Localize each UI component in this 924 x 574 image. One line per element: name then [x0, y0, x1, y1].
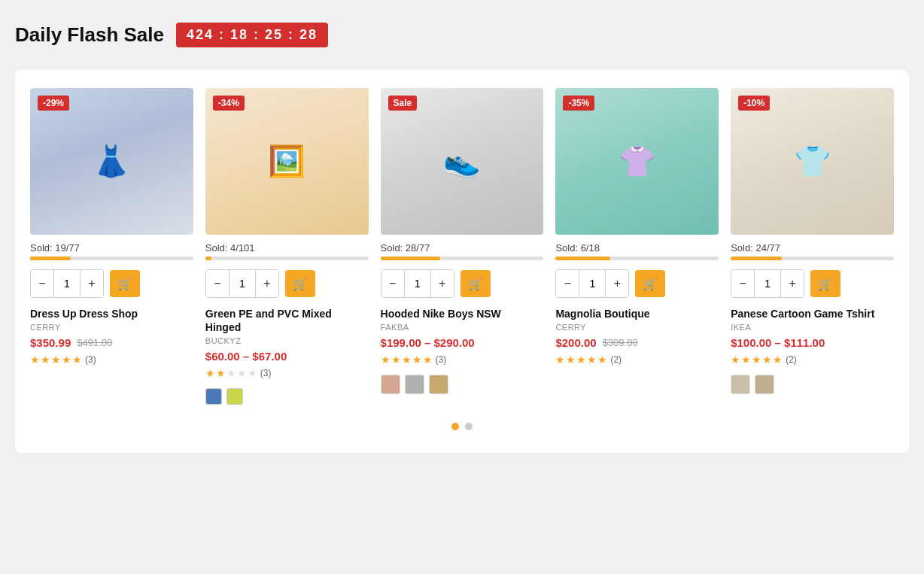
product-name: Green PE and PVC Mixed Hinged [205, 307, 369, 334]
sold-info: Sold: 4/101 [205, 242, 369, 254]
product-brand: CERRY [30, 323, 193, 332]
progress-fill [555, 257, 609, 260]
product-image[interactable]: 👟 Sale [381, 88, 544, 235]
progress-fill [381, 257, 440, 260]
product-name: Magnolia Boutique [555, 307, 719, 320]
progress-fill [30, 257, 71, 260]
price-row: $100.00 – $111.00 [731, 336, 894, 349]
stars-row: ★★★★★ (3) [381, 354, 544, 366]
discount-badge: -35% [563, 96, 594, 111]
stars-row: ★★★★★ (3) [205, 367, 369, 379]
review-count: (2) [610, 354, 622, 365]
img-swatch[interactable] [429, 375, 448, 394]
quantity-increase-button[interactable]: + [431, 270, 454, 297]
color-swatch[interactable] [226, 388, 243, 405]
quantity-control: − + [381, 269, 454, 298]
add-to-cart-button[interactable]: 🛒 [635, 270, 665, 297]
product-card: 👟 Sale Sold: 28/77 − + 🛒 Hooded Nike Boy… [381, 88, 544, 405]
img-swatch[interactable] [755, 375, 774, 394]
quantity-increase-button[interactable]: + [781, 270, 804, 297]
product-name: Panese Cartoon Game Tshirt [731, 307, 894, 320]
price-row: $200.00$309.00 [555, 336, 719, 349]
products-container: 👗 -29% Sold: 19/77 − + 🛒 Dress Up Dress … [15, 70, 909, 453]
products-grid: 👗 -29% Sold: 19/77 − + 🛒 Dress Up Dress … [30, 88, 894, 405]
quantity-input[interactable] [579, 270, 606, 297]
discount-badge: Sale [388, 96, 418, 111]
flash-sale-header: Daily Flash Sale 424 : 18 : 25 : 28 [15, 15, 909, 55]
quantity-control: − + [205, 269, 279, 298]
countdown-badge: 424 : 18 : 25 : 28 [176, 23, 328, 47]
review-count: (3) [85, 354, 96, 365]
progress-track [205, 257, 369, 260]
price-row: $350.99$491.00 [30, 336, 193, 349]
sold-info: Sold: 28/77 [381, 242, 544, 254]
quantity-decrease-button[interactable]: − [381, 270, 404, 297]
quantity-decrease-button[interactable]: − [556, 270, 579, 297]
add-to-cart-button[interactable]: 🛒 [110, 270, 140, 297]
product-image[interactable]: 👚 -35% [555, 88, 719, 235]
add-to-cart-button[interactable]: 🛒 [285, 270, 315, 297]
stars-row: ★★★★★ (3) [30, 354, 193, 366]
price-row: $60.00 – $67.00 [205, 350, 369, 363]
img-swatch[interactable] [381, 375, 400, 394]
quantity-increase-button[interactable]: + [606, 270, 628, 297]
quantity-row: − + 🛒 [30, 269, 193, 298]
review-count: (2) [786, 354, 797, 365]
add-to-cart-button[interactable]: 🛒 [460, 270, 491, 297]
sold-info: Sold: 6/18 [555, 242, 719, 254]
price-row: $199.00 – $290.00 [381, 336, 544, 349]
product-name: Dress Up Dress Shop [30, 307, 193, 320]
review-count: (3) [260, 368, 272, 378]
quantity-row: − + 🛒 [205, 269, 369, 298]
quantity-decrease-button[interactable]: − [31, 270, 53, 297]
dot-1[interactable] [451, 423, 459, 430]
quantity-input[interactable] [754, 270, 781, 297]
stars-row: ★★★★★ (2) [555, 354, 719, 366]
stars-row: ★★★★★ (2) [731, 354, 894, 366]
dots-row [30, 423, 894, 430]
product-brand: CERRY [555, 323, 719, 332]
img-swatch[interactable] [731, 375, 750, 394]
product-image[interactable]: 👗 -29% [30, 88, 193, 235]
sold-info: Sold: 24/77 [731, 242, 894, 254]
review-count: (3) [436, 354, 447, 365]
img-swatch[interactable] [405, 375, 424, 394]
discount-badge: -10% [738, 96, 770, 111]
quantity-decrease-button[interactable]: − [731, 270, 754, 297]
quantity-row: − + 🛒 [731, 269, 894, 298]
add-to-cart-button[interactable]: 🛒 [810, 270, 840, 297]
quantity-control: − + [30, 269, 104, 298]
quantity-decrease-button[interactable]: − [206, 270, 229, 297]
quantity-control: − + [555, 269, 629, 298]
progress-fill [731, 257, 782, 260]
quantity-increase-button[interactable]: + [81, 270, 103, 297]
product-card: 👚 -35% Sold: 6/18 − + 🛒 Magnolia Boutiqu… [555, 88, 719, 405]
progress-track [381, 257, 544, 260]
discount-badge: -29% [38, 96, 69, 111]
progress-track [555, 257, 719, 260]
product-card: 👕 -10% Sold: 24/77 − + 🛒 Panese Cartoon … [731, 88, 894, 405]
product-card: 👗 -29% Sold: 19/77 − + 🛒 Dress Up Dress … [30, 88, 193, 405]
progress-track [731, 257, 894, 260]
product-brand: FAKBA [381, 323, 544, 332]
progress-fill [205, 257, 212, 260]
product-brand: BUCKYZ [205, 336, 369, 345]
product-brand: IKEA [731, 323, 894, 332]
quantity-input[interactable] [229, 270, 256, 297]
quantity-increase-button[interactable]: + [256, 270, 278, 297]
flash-sale-title: Daily Flash Sale [15, 23, 164, 47]
quantity-input[interactable] [53, 270, 81, 297]
quantity-row: − + 🛒 [381, 269, 544, 298]
product-image[interactable]: 🖼️ -34% [205, 88, 369, 235]
sold-info: Sold: 19/77 [30, 242, 193, 254]
quantity-control: − + [731, 269, 804, 298]
quantity-input[interactable] [404, 270, 431, 297]
dot-2[interactable] [465, 423, 473, 430]
quantity-row: − + 🛒 [555, 269, 719, 298]
discount-badge: -34% [213, 96, 245, 111]
color-swatch[interactable] [205, 388, 222, 405]
progress-track [30, 257, 193, 260]
product-card: 🖼️ -34% Sold: 4/101 − + 🛒 Green PE and P… [205, 88, 369, 405]
product-image[interactable]: 👕 -10% [731, 88, 894, 235]
product-name: Hooded Nike Boys NSW [381, 307, 544, 320]
